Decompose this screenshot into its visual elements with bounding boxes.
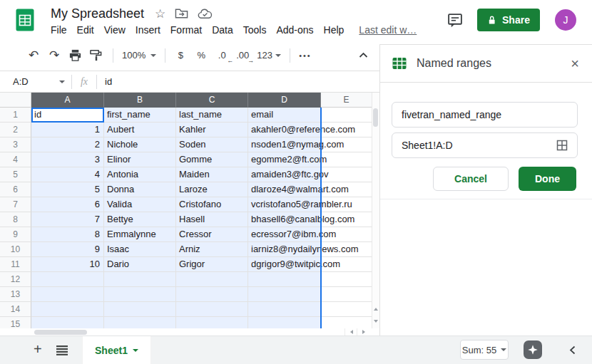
format-currency-button[interactable]: $	[171, 46, 190, 65]
menu-data[interactable]: Data	[212, 24, 233, 36]
formula-input[interactable]: id	[105, 76, 112, 87]
done-button[interactable]: Done	[519, 167, 576, 191]
star-icon[interactable]: ☆	[155, 8, 165, 20]
cell-A14[interactable]	[31, 302, 104, 317]
cell-C10[interactable]: Arniz	[176, 242, 248, 257]
cell-B6[interactable]: Donna	[104, 182, 176, 197]
row-header-13[interactable]: 13	[0, 287, 31, 302]
sum-dropdown[interactable]: Sum: 55	[460, 340, 509, 360]
menu-format[interactable]: Format	[170, 24, 202, 36]
column-header-A[interactable]: A	[31, 93, 104, 108]
cell-B8[interactable]: Bettye	[104, 212, 176, 227]
cell-D6[interactable]: dlaroze4@walmart.com	[248, 182, 321, 197]
more-toolbar-button[interactable]: •••	[296, 46, 315, 65]
cell-D8[interactable]: bhasell6@canalblog.com	[248, 212, 321, 227]
cell-A2[interactable]: 1	[31, 123, 104, 137]
cell-D4[interactable]: egomme2@ft.com	[248, 152, 321, 167]
cell-C7[interactable]: Cristofano	[176, 197, 248, 212]
move-folder-icon[interactable]	[175, 8, 188, 19]
cell-C11[interactable]: Grigor	[176, 257, 248, 272]
cell-B14[interactable]	[104, 302, 176, 317]
add-sheet-button[interactable]: +	[34, 341, 42, 358]
cell-D13[interactable]	[248, 287, 321, 302]
cell-B10[interactable]: Isaac	[104, 242, 176, 257]
cell-A1[interactable]: id	[31, 108, 104, 123]
row-header-4[interactable]: 4	[0, 152, 31, 167]
select-all-corner[interactable]	[0, 93, 31, 108]
format-percent-button[interactable]: %	[192, 46, 210, 65]
row-header-8[interactable]: 8	[0, 212, 31, 227]
cell-E4[interactable]	[321, 152, 372, 167]
comment-icon[interactable]	[446, 12, 464, 28]
cell-A11[interactable]: 10	[31, 257, 104, 272]
redo-button[interactable]: ↷	[45, 46, 63, 65]
document-title[interactable]: My Spreadsheet	[51, 6, 144, 21]
cell-C3[interactable]: Soden	[176, 137, 248, 152]
cell-E1[interactable]	[321, 108, 372, 123]
cell-D9[interactable]: ecressor7@ibm.com	[248, 227, 321, 242]
row-header-3[interactable]: 3	[0, 137, 31, 152]
cell-B2[interactable]: Aubert	[104, 123, 176, 137]
row-header-7[interactable]: 7	[0, 197, 31, 212]
cell-A4[interactable]: 3	[31, 152, 104, 167]
collapse-panel-chevron[interactable]	[569, 345, 576, 355]
cell-A10[interactable]: 9	[31, 242, 104, 257]
cell-A9[interactable]: 8	[31, 227, 104, 242]
cell-E13[interactable]	[321, 287, 372, 302]
cell-C12[interactable]	[176, 272, 248, 287]
menu-insert[interactable]: Insert	[136, 24, 160, 36]
row-header-1[interactable]: 1	[0, 108, 31, 123]
select-data-range-icon[interactable]	[556, 140, 568, 151]
cell-A13[interactable]	[31, 287, 104, 302]
cell-D14[interactable]	[248, 302, 321, 317]
cell-B5[interactable]: Antonia	[104, 167, 176, 182]
cell-B3[interactable]: Nichole	[104, 137, 176, 152]
menu-tools[interactable]: Tools	[243, 24, 267, 36]
cell-B12[interactable]	[104, 272, 176, 287]
menu-edit[interactable]: Edit	[77, 24, 94, 36]
last-edit-link[interactable]: Last edit w…	[359, 24, 417, 36]
cell-C9[interactable]: Cressor	[176, 227, 248, 242]
cell-A6[interactable]: 5	[31, 182, 104, 197]
cell-D7[interactable]: vcristofano5@rambler.ru	[248, 197, 321, 212]
cell-D2[interactable]: akahler0@reference.com	[248, 123, 321, 137]
cell-B1[interactable]: first_name	[104, 108, 176, 123]
row-header-10[interactable]: 10	[0, 242, 31, 257]
cell-A12[interactable]	[31, 272, 104, 287]
cell-A3[interactable]: 2	[31, 137, 104, 152]
cell-B7[interactable]: Valida	[104, 197, 176, 212]
menu-file[interactable]: File	[51, 24, 67, 36]
vertical-scrollbar-thumb[interactable]	[373, 108, 378, 127]
cell-E12[interactable]	[321, 272, 372, 287]
avatar[interactable]: J	[555, 9, 576, 31]
cell-D5[interactable]: amaiden3@ftc.gov	[248, 167, 321, 182]
cell-B13[interactable]	[104, 287, 176, 302]
collapse-toolbar-button[interactable]	[359, 52, 368, 58]
print-button[interactable]	[66, 46, 84, 65]
scroll-up-button[interactable]	[372, 303, 379, 315]
cell-C4[interactable]: Gomme	[176, 152, 248, 167]
undo-button[interactable]: ↶	[24, 46, 43, 65]
horizontal-scrollbar-thumb[interactable]	[34, 330, 87, 335]
cell-C1[interactable]: last_name	[176, 108, 248, 123]
sheet-tab[interactable]: Sheet1	[82, 336, 151, 364]
horizontal-scrollbar[interactable]	[0, 328, 379, 336]
share-button[interactable]: Share	[477, 9, 540, 31]
row-header-9[interactable]: 9	[0, 227, 31, 242]
row-header-14[interactable]: 14	[0, 302, 31, 317]
cell-D1[interactable]: email	[248, 108, 321, 123]
menu-view[interactable]: View	[104, 24, 126, 36]
cell-C13[interactable]	[176, 287, 248, 302]
column-header-B[interactable]: B	[104, 93, 176, 108]
name-box[interactable]: A:D	[0, 76, 71, 87]
cell-A5[interactable]: 4	[31, 167, 104, 182]
cancel-button[interactable]: Cancel	[433, 167, 509, 191]
cell-D12[interactable]	[248, 272, 321, 287]
cell-D10[interactable]: iarniz8@nydailynews.com	[248, 242, 321, 257]
explore-button[interactable]	[524, 340, 542, 359]
column-header-E[interactable]: E	[321, 93, 372, 108]
scroll-right-button[interactable]	[357, 328, 369, 336]
cell-D11[interactable]: dgrigor9@twitpic.com	[248, 257, 321, 272]
row-header-5[interactable]: 5	[0, 167, 31, 182]
row-header-12[interactable]: 12	[0, 272, 31, 287]
